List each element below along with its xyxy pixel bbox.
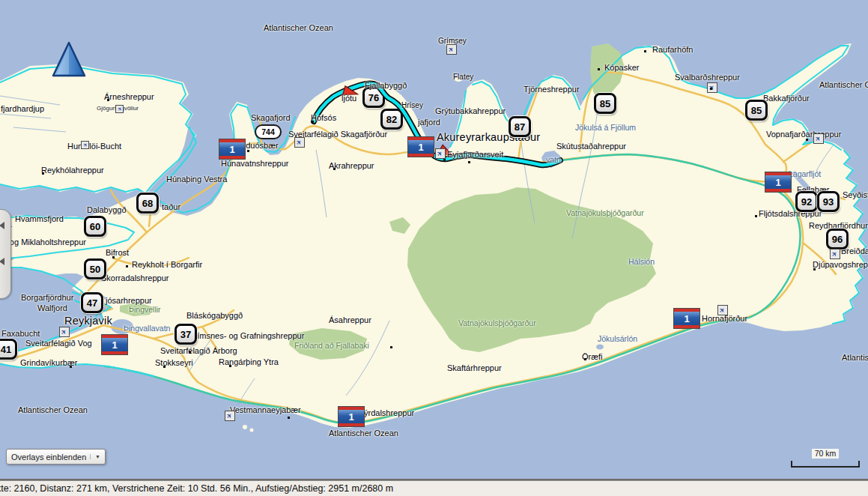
route-1-shield: 1 [674,309,699,328]
map-canvas[interactable]: 7682 Atlantischer Ozean [0,0,868,480]
town-dot [598,68,600,70]
status-bar-text: kte: 2160, Distanz: 271 km, Verstrichene… [0,483,393,494]
road-shield: 92 [795,191,818,212]
map-label: Akrahreppur [329,161,374,170]
town-dot [112,256,115,258]
map-label: Raufarhöfn [652,45,693,54]
road-shield: 87 [509,116,531,137]
scale-bracket [791,461,860,468]
town-dot [229,365,231,367]
map-label: Vopnafjarðarhreppur [766,130,841,139]
map-label: Atlantischer Ozean [329,429,398,438]
town-dot [755,215,757,217]
map-label: Faxabucht [1,329,40,338]
road-shield: 96 [826,229,849,249]
overlays-dropdown[interactable]: Overlays einblenden ▼ [6,449,106,465]
airport-icon: ✈ [81,141,89,149]
map-label: Grímsnes- og Grafningshreppur [188,331,304,340]
town-dot [644,50,646,52]
town-dot [42,172,44,175]
map-label: Svalbarðshreppur [675,73,740,82]
map-label: jafjord [418,118,440,127]
map-label: Sveitarfélagið Árborg [160,346,237,355]
map-label: Grindavíkurbær [20,358,77,367]
airport-icon: ✈ [59,327,70,337]
town-dot [247,150,249,152]
map-label: Sveitarfélagið Vog [25,339,92,348]
pan-left-arrow-icon[interactable] [0,258,4,265]
road-shield: 41 [0,339,17,360]
overlays-dropdown-label: Overlays einblenden [11,453,86,462]
map-label: a- og Miklaholtshreppur [0,238,86,247]
map-label: taður [162,202,180,211]
map-label: Hunaflöi-Bucht [67,142,121,151]
map-label: Hrísey [401,101,423,109]
town-dot [468,161,470,163]
scale-label: 70 km [812,449,840,459]
map-label: Bifrost [106,248,129,257]
route-1-shield: 1 [339,407,364,426]
road-shield: 50 [84,258,106,279]
town-dot [333,168,336,170]
map-label: Þingvellir [129,306,161,315]
airport-icon: ✈ [813,133,824,144]
town-dot [584,358,586,360]
road-shield: 47 [81,292,103,313]
map-label: Atlantischer Ozean [842,353,868,362]
town-dot [813,268,816,270]
map-label: Vatnajökulsþjóðgarður [566,209,644,218]
map-label: Bláskógabyggð [186,311,243,320]
chevron-down-icon: ▼ [90,454,100,459]
map-label: Húnavatnshreppur [221,159,289,168]
map-label: fjardhardjup [1,104,44,113]
pan-left-arrow-icon[interactable] [0,222,4,229]
airport-icon: ✈ [225,411,235,421]
airport-icon: ✈ [115,105,124,113]
town-dot [70,366,72,368]
map-label: Hvammsfjord [15,214,64,223]
map-label: Árneshreppur [104,92,154,101]
map-label: Vestmannaeyjabær [230,405,301,414]
map-label: Skaftárhreppur [447,363,502,372]
map-label: Reykjavik [64,315,112,327]
map-label: Eyjafjarðarsveit [447,150,503,159]
map-label: ýrdalshreppur [364,408,414,417]
road-shield: 60 [84,216,106,237]
map-label: Grýtubakkahreppur [435,106,506,115]
map-label: Borgarfjördhur [21,293,73,302]
map-label: Lagarfljót [789,170,821,179]
map-label: Hálsión [628,258,655,267]
airport-icon: ✈ [830,249,840,259]
road-shield-minor: 744 [255,124,282,139]
map-label: Friðland að Fjallabaki [294,342,369,351]
map-label: Tjörneshreppur [523,85,580,94]
road-shield-obscured: 82 [380,109,403,130]
left-pan-handle[interactable] [0,209,11,299]
map-label: Reykhólahreppur [41,166,104,175]
route-1-shield: 1 [408,137,434,157]
map-scale-bar: 70 km [791,446,860,468]
map-label: Rangárþing Ytra [219,357,279,366]
town-dot [312,121,314,123]
town-dot [288,417,290,419]
map-application-window: 7682 Atlantischer Ozean [0,0,868,496]
map-label: Seyðisfjörður [843,190,868,199]
route-1-shield: 1 [765,172,791,192]
map-label: Flatey [453,73,473,81]
status-bar: kte: 2160, Distanz: 271 km, Verstrichene… [0,480,868,496]
map-label: Djúpavogshreppur [813,260,868,269]
map-label: Reykholt í Borgarfir [132,260,202,269]
map-label: jósarhreppur [106,296,152,305]
map-label: Húnaþing Vestra [166,175,227,184]
road-shield-obscured: 76 [362,87,385,108]
town-dot [189,351,191,354]
town-dot [126,265,128,267]
road-shield: 85 [745,100,768,121]
airport-icon: ✈ [435,148,446,159]
town-dot [107,99,109,101]
map-label: Atlantischer Ozean [18,405,88,414]
town-dot [163,366,166,368]
airport-icon: ✈ [717,305,728,315]
airport-icon: ✈ [446,44,457,55]
map-label: Stokkseyri [155,358,193,367]
